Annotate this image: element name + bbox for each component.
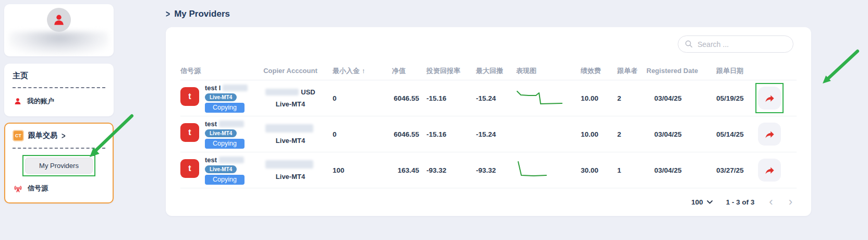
col-header-fee: 绩效费 — [580, 66, 617, 76]
followers-value: 2 — [617, 130, 646, 138]
profile-card — [4, 4, 114, 56]
divider — [13, 87, 105, 88]
min-deposit-value: 100 — [322, 166, 374, 174]
drawdown-value: -93.32 — [470, 166, 516, 174]
col-header-min-deposit[interactable]: 最小入金↑ — [322, 66, 374, 76]
provider-avatar: t — [180, 87, 199, 106]
providers-table-card: 信号源 Copier Acccount 最小入金↑ 净值 投资回报率 最大回撤 … — [166, 27, 811, 216]
drawdown-value: -15.24 — [470, 130, 516, 138]
col-header-copier-account: Copier Acccount — [259, 67, 322, 75]
copier-account-cell: Live-MT4 — [259, 124, 322, 145]
sidebar-item-signal-source[interactable]: 信号源 — [13, 182, 105, 195]
table-row: t test l Live-MT4 Copying USD Live-MT4 0… — [180, 80, 797, 116]
share-button[interactable] — [758, 87, 781, 110]
provider-name: test — [205, 120, 217, 128]
col-header-drawdown: 最大回撤 — [470, 66, 516, 76]
table-header-row: 信号源 Copier Acccount 最小入金↑ 净值 投资回报率 最大回撤 … — [180, 62, 797, 80]
sidebar-item-my-account[interactable]: 我的账户 — [13, 94, 105, 108]
col-header-copy-date: 跟单日期 — [708, 66, 758, 76]
account-platform: Live-MT4 — [259, 173, 322, 181]
status-badge: Copying — [205, 103, 244, 113]
redacted-text — [219, 157, 244, 163]
home-nav-card: 主页 我的账户 — [4, 64, 114, 116]
divider — [13, 148, 105, 149]
copy-trading-label: 跟单交易 — [28, 131, 57, 140]
copy-date-value: 03/27/25 — [708, 166, 758, 174]
pagination-prev-button[interactable]: ‹ — [768, 196, 774, 208]
share-forward-icon — [764, 93, 775, 104]
page-title-text: My Providers — [174, 9, 230, 19]
signal-cell[interactable]: t test l Live-MT4 Copying — [180, 84, 259, 113]
redacted-text — [265, 160, 313, 169]
platform-badge: Live-MT4 — [205, 93, 237, 101]
platform-badge: Live-MT4 — [205, 165, 237, 173]
signal-cell[interactable]: t test Live-MT4 Copying — [180, 120, 259, 149]
followers-value: 2 — [617, 94, 646, 102]
performance-chart-cell — [516, 88, 580, 109]
page-size-value: 100 — [691, 198, 703, 206]
redacted-text — [219, 121, 244, 127]
sidebar-item-my-providers[interactable]: My Providers — [25, 158, 93, 174]
actions-cell — [758, 159, 797, 182]
platform-badge: Live-MT4 — [205, 129, 237, 137]
avatar[interactable] — [47, 8, 71, 32]
col-header-equity: 净值 — [374, 66, 420, 76]
roi-value: -15.16 — [420, 130, 470, 138]
search-icon — [684, 40, 693, 49]
registered-date-value: 03/04/25 — [646, 130, 708, 138]
status-badge: Copying — [205, 175, 244, 185]
search-input[interactable] — [698, 40, 776, 49]
status-badge: Copying — [205, 139, 244, 149]
col-header-roi: 投资回报率 — [420, 66, 470, 76]
share-forward-icon — [764, 165, 775, 176]
account-platform: Live-MT4 — [259, 137, 322, 145]
copy-date-value: 05/19/25 — [708, 94, 758, 102]
equity-value: 6046.55 — [374, 94, 420, 102]
redacted-text — [223, 85, 248, 91]
performance-sparkline — [516, 88, 564, 107]
sort-asc-icon: ↑ — [362, 67, 365, 75]
pagination-range: 1 - 3 of 3 — [726, 198, 755, 206]
redacted-text — [265, 89, 299, 95]
copy-date-value: 05/14/25 — [708, 130, 758, 138]
table-pagination: 100 1 - 3 of 3 ‹ › — [691, 194, 793, 210]
actions-cell — [758, 83, 797, 113]
chevron-down-icon — [707, 200, 713, 204]
search-box — [678, 35, 793, 53]
pagination-next-button[interactable]: › — [788, 196, 793, 208]
account-currency: USD — [301, 88, 315, 96]
account-platform: Live-MT4 — [259, 100, 322, 108]
registered-date-value: 03/04/25 — [646, 94, 708, 102]
fee-value: 10.00 — [580, 94, 617, 102]
provider-avatar: t — [180, 123, 199, 142]
copier-account-cell: Live-MT4 — [259, 160, 322, 181]
performance-sparkline — [516, 124, 564, 143]
share-button[interactable] — [758, 159, 781, 182]
sidebar-item-copy-trading[interactable]: CT 跟单交易 > — [13, 130, 105, 141]
table-row: t test Live-MT4 Copying Live-MT4 100 163… — [180, 152, 797, 188]
drawdown-value: -15.24 — [470, 94, 516, 102]
col-header-signal: 信号源 — [180, 66, 259, 76]
redacted-text — [265, 124, 313, 133]
performance-sparkline — [516, 160, 564, 179]
page-title: > My Providers — [166, 9, 230, 19]
sidebar-item-label: 我的账户 — [27, 97, 54, 106]
signal-cell[interactable]: t test Live-MT4 Copying — [180, 156, 259, 185]
provider-name: test — [205, 156, 217, 164]
my-providers-page: { "colors": { "accent_green": "#2fb04a",… — [0, 0, 868, 240]
roi-value: -93.32 — [420, 166, 470, 174]
home-section-title: 主页 — [13, 71, 105, 81]
col-header-chart: 表现图 — [516, 66, 580, 76]
fee-value: 10.00 — [580, 130, 617, 138]
share-button[interactable] — [758, 123, 781, 146]
col-header-followers: 跟单者 — [617, 66, 646, 76]
registered-date-value: 03/04/25 — [646, 166, 708, 174]
performance-chart-cell — [516, 160, 580, 181]
col-header-registered-date: Registered Date — [646, 67, 708, 75]
person-icon — [14, 97, 22, 105]
provider-name: test l — [205, 84, 221, 92]
copy-trading-icon: CT — [13, 130, 24, 141]
antenna-icon — [14, 184, 22, 193]
page-size-dropdown[interactable]: 100 — [691, 198, 713, 206]
performance-chart-cell — [516, 124, 580, 145]
